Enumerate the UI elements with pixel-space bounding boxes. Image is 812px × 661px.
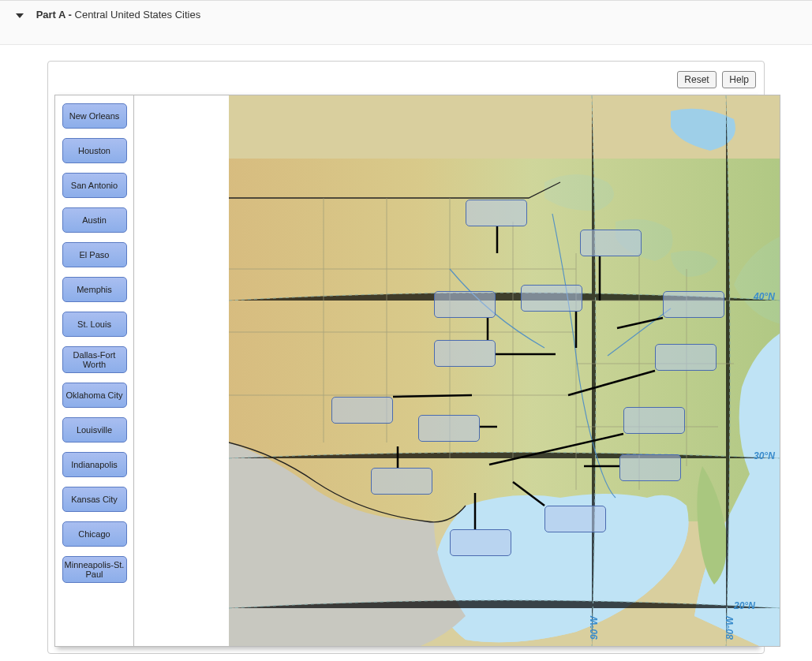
- activity-panel: Reset Help New Orleans Houston San Anton…: [47, 61, 765, 654]
- chip-chicago[interactable]: Chicago: [62, 521, 127, 547]
- part-title: Central United States Cities: [75, 9, 201, 21]
- drop-target[interactable]: [434, 340, 496, 367]
- drop-target[interactable]: [434, 291, 496, 318]
- drop-target[interactable]: [580, 230, 642, 256]
- drop-target[interactable]: [655, 344, 717, 371]
- chip-new-orleans[interactable]: New Orleans: [62, 103, 127, 129]
- chip-kansas-city[interactable]: Kansas City: [62, 487, 127, 512]
- chip-austin[interactable]: Austin: [62, 207, 127, 233]
- chip-el-paso[interactable]: El Paso: [62, 242, 127, 267]
- lat-40n: 40°N: [754, 291, 775, 302]
- toolbar: Reset Help: [54, 68, 758, 95]
- drop-target[interactable]: [623, 407, 685, 434]
- chip-minneapolis-st-paul[interactable]: Minneapolis-St. Paul: [62, 556, 127, 583]
- stage: New Orleans Houston San Antonio Austin E…: [54, 95, 780, 647]
- map-area: 40°N 30°N 20°N 90°W 80°W: [134, 95, 780, 646]
- lon-90w: 90°W: [589, 617, 600, 640]
- lon-80w: 80°W: [724, 617, 735, 640]
- drop-target[interactable]: [371, 468, 432, 495]
- drop-target[interactable]: [331, 397, 393, 424]
- chip-memphis[interactable]: Memphis: [62, 277, 127, 302]
- drop-target[interactable]: [521, 285, 582, 312]
- lat-20n: 20°N: [734, 600, 755, 611]
- chip-louisville[interactable]: Louisville: [62, 417, 127, 443]
- drop-target[interactable]: [466, 200, 527, 226]
- drop-target[interactable]: [619, 454, 681, 481]
- chip-san-antonio[interactable]: San Antonio: [62, 173, 127, 198]
- part-label: Part A -: [36, 9, 72, 21]
- map-svg: [229, 95, 780, 646]
- lat-30n: 30°N: [754, 450, 775, 461]
- collapse-icon[interactable]: [16, 13, 24, 18]
- drop-target[interactable]: [663, 291, 724, 318]
- reset-button[interactable]: Reset: [677, 71, 716, 88]
- section-header[interactable]: Part A - Central United States Cities: [0, 0, 812, 45]
- drop-target[interactable]: [544, 506, 606, 532]
- chip-indianapolis[interactable]: Indianapolis: [62, 452, 127, 477]
- label-palette: New Orleans Houston San Antonio Austin E…: [55, 95, 134, 646]
- chip-st-louis[interactable]: St. Louis: [62, 312, 127, 337]
- chip-houston[interactable]: Houston: [62, 138, 127, 163]
- drop-target[interactable]: [418, 415, 480, 442]
- drop-target[interactable]: [450, 529, 511, 556]
- help-button[interactable]: Help: [722, 71, 756, 88]
- chip-oklahoma-city[interactable]: Oklahoma City: [62, 383, 127, 408]
- chip-dallas-fort-worth[interactable]: Dallas-Fort Worth: [62, 346, 127, 373]
